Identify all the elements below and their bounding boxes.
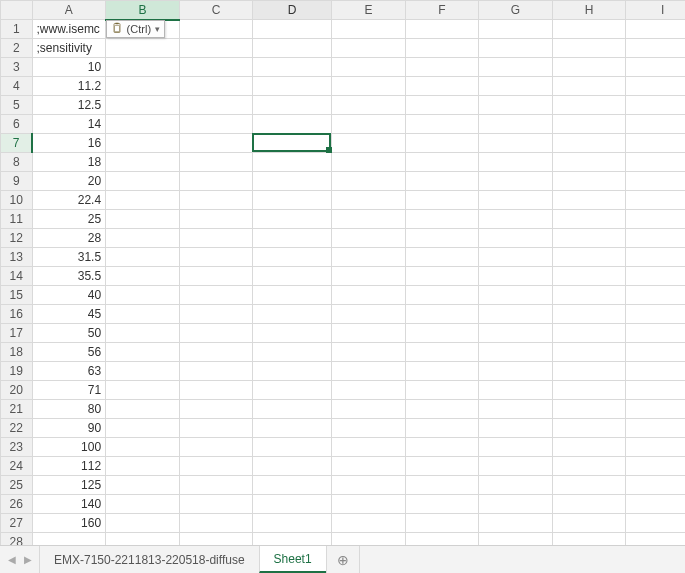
cell[interactable] bbox=[332, 134, 406, 153]
cell[interactable] bbox=[552, 324, 626, 343]
cell[interactable] bbox=[106, 495, 180, 514]
cell[interactable] bbox=[179, 305, 253, 324]
cell[interactable] bbox=[253, 286, 332, 305]
cell[interactable] bbox=[479, 438, 553, 457]
cell[interactable] bbox=[253, 267, 332, 286]
cell[interactable]: 90 bbox=[32, 419, 106, 438]
cell[interactable] bbox=[405, 134, 479, 153]
row-header[interactable]: 12 bbox=[1, 229, 33, 248]
cell[interactable] bbox=[332, 20, 406, 39]
row-header[interactable]: 27 bbox=[1, 514, 33, 533]
cell[interactable] bbox=[253, 96, 332, 115]
cell[interactable] bbox=[332, 476, 406, 495]
row-header[interactable]: 20 bbox=[1, 381, 33, 400]
cell[interactable] bbox=[626, 514, 685, 533]
row-header[interactable]: 17 bbox=[1, 324, 33, 343]
cell[interactable] bbox=[479, 381, 553, 400]
cell[interactable] bbox=[253, 476, 332, 495]
cell[interactable] bbox=[479, 476, 553, 495]
cell[interactable] bbox=[405, 457, 479, 476]
cell[interactable] bbox=[405, 362, 479, 381]
cell[interactable]: 18 bbox=[32, 153, 106, 172]
cell[interactable] bbox=[179, 324, 253, 343]
cell[interactable] bbox=[626, 229, 685, 248]
cell[interactable] bbox=[626, 495, 685, 514]
cell[interactable] bbox=[179, 115, 253, 134]
cell[interactable] bbox=[106, 324, 180, 343]
cell[interactable] bbox=[332, 248, 406, 267]
cell[interactable] bbox=[106, 134, 180, 153]
cell[interactable] bbox=[405, 533, 479, 546]
cell[interactable] bbox=[405, 172, 479, 191]
cell[interactable] bbox=[552, 495, 626, 514]
row-header[interactable]: 24 bbox=[1, 457, 33, 476]
cell[interactable]: 71 bbox=[32, 381, 106, 400]
cell[interactable]: 45 bbox=[32, 305, 106, 324]
cell[interactable] bbox=[552, 191, 626, 210]
cell[interactable] bbox=[626, 20, 685, 39]
cell[interactable] bbox=[405, 58, 479, 77]
cell[interactable] bbox=[253, 153, 332, 172]
cell[interactable] bbox=[479, 229, 553, 248]
cell[interactable] bbox=[405, 229, 479, 248]
cell[interactable] bbox=[179, 153, 253, 172]
cell[interactable] bbox=[253, 58, 332, 77]
cell[interactable] bbox=[552, 305, 626, 324]
cell[interactable] bbox=[626, 210, 685, 229]
cell[interactable] bbox=[332, 191, 406, 210]
cell[interactable] bbox=[332, 533, 406, 546]
cell[interactable] bbox=[479, 362, 553, 381]
cell[interactable] bbox=[332, 419, 406, 438]
cell[interactable] bbox=[106, 457, 180, 476]
cell[interactable] bbox=[253, 457, 332, 476]
cell[interactable] bbox=[552, 153, 626, 172]
cell[interactable] bbox=[332, 305, 406, 324]
cell[interactable] bbox=[552, 248, 626, 267]
cell[interactable]: 11.2 bbox=[32, 77, 106, 96]
cell[interactable] bbox=[552, 58, 626, 77]
cell[interactable] bbox=[332, 210, 406, 229]
cell[interactable] bbox=[332, 343, 406, 362]
cell[interactable] bbox=[479, 533, 553, 546]
cell[interactable] bbox=[405, 419, 479, 438]
cell[interactable] bbox=[106, 286, 180, 305]
cell[interactable] bbox=[253, 115, 332, 134]
cell[interactable] bbox=[552, 20, 626, 39]
cell[interactable] bbox=[106, 77, 180, 96]
cell[interactable] bbox=[106, 191, 180, 210]
cell[interactable]: 40 bbox=[32, 286, 106, 305]
cell[interactable] bbox=[552, 457, 626, 476]
cell[interactable] bbox=[106, 381, 180, 400]
paste-options-button[interactable]: (Ctrl) ▾ bbox=[106, 20, 165, 38]
cell[interactable] bbox=[405, 400, 479, 419]
cell[interactable] bbox=[405, 267, 479, 286]
cell[interactable] bbox=[179, 172, 253, 191]
cell[interactable] bbox=[479, 58, 553, 77]
cell[interactable]: 56 bbox=[32, 343, 106, 362]
cell[interactable] bbox=[479, 191, 553, 210]
cell[interactable] bbox=[253, 229, 332, 248]
cell[interactable] bbox=[332, 39, 406, 58]
cell[interactable]: ;www.isemc bbox=[32, 20, 106, 39]
cell[interactable] bbox=[106, 362, 180, 381]
cell[interactable] bbox=[626, 153, 685, 172]
cell[interactable] bbox=[479, 134, 553, 153]
cell[interactable] bbox=[253, 381, 332, 400]
cell[interactable] bbox=[332, 286, 406, 305]
cell[interactable] bbox=[626, 77, 685, 96]
cell[interactable] bbox=[479, 457, 553, 476]
cell[interactable] bbox=[332, 438, 406, 457]
cell[interactable] bbox=[106, 153, 180, 172]
row-header[interactable]: 26 bbox=[1, 495, 33, 514]
cell[interactable]: 10 bbox=[32, 58, 106, 77]
cell[interactable] bbox=[253, 77, 332, 96]
cell[interactable] bbox=[179, 457, 253, 476]
cell[interactable] bbox=[179, 248, 253, 267]
cell[interactable] bbox=[626, 39, 685, 58]
cell[interactable]: 14 bbox=[32, 115, 106, 134]
cell[interactable] bbox=[253, 514, 332, 533]
cell[interactable] bbox=[552, 229, 626, 248]
cell[interactable] bbox=[405, 20, 479, 39]
cell[interactable]: 63 bbox=[32, 362, 106, 381]
cell[interactable] bbox=[479, 343, 553, 362]
